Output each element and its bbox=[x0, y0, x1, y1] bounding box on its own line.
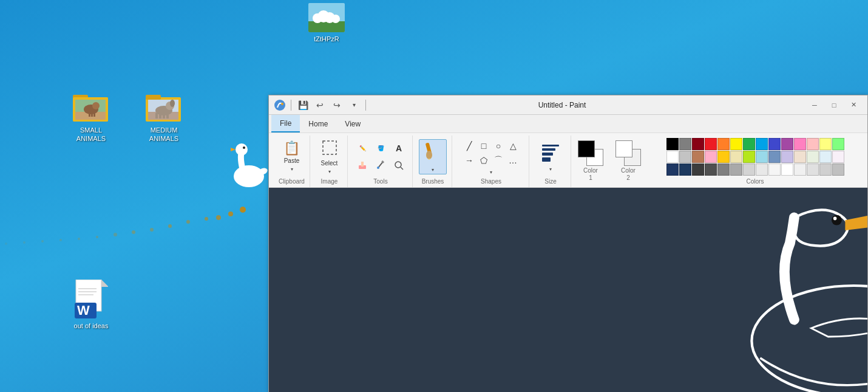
tools-content: ✏️ 🪣 A bbox=[354, 137, 407, 177]
swatch-pink[interactable] bbox=[794, 138, 806, 150]
desktop-icon-tztbpzr[interactable]: tZtHPzR bbox=[302, 3, 351, 43]
swatch-darkred[interactable] bbox=[692, 138, 704, 150]
pencil-button[interactable]: ✏️ bbox=[354, 140, 371, 156]
select-button[interactable]: Select ▾ bbox=[317, 139, 342, 174]
swatch-indigo[interactable] bbox=[768, 138, 781, 150]
swatch-purple[interactable] bbox=[781, 138, 793, 150]
shape-curve[interactable]: ⌒ bbox=[492, 154, 505, 167]
eraser-button[interactable] bbox=[354, 157, 371, 173]
swatch-white[interactable] bbox=[666, 151, 679, 163]
swatch-silver2[interactable] bbox=[819, 163, 832, 176]
magnifier-button[interactable] bbox=[390, 157, 407, 173]
close-button[interactable]: ✕ bbox=[844, 98, 863, 112]
svg-point-55 bbox=[281, 103, 283, 105]
swatch-ghostwht[interactable] bbox=[794, 163, 806, 176]
svg-rect-14 bbox=[91, 112, 93, 117]
swatch-lightsilver[interactable] bbox=[743, 163, 755, 176]
text-button[interactable]: A bbox=[390, 140, 407, 156]
size-button[interactable]: ▾ bbox=[535, 139, 566, 174]
menu-file[interactable]: File bbox=[271, 115, 300, 132]
swatch-darkgray1[interactable] bbox=[692, 163, 704, 176]
svg-point-38 bbox=[186, 220, 190, 224]
swatch-navy2[interactable] bbox=[679, 163, 691, 176]
save-button[interactable]: 💾 bbox=[296, 98, 310, 112]
eyedropper-button[interactable] bbox=[372, 157, 389, 173]
swatch-tan[interactable] bbox=[730, 151, 742, 163]
swatch-lavender[interactable] bbox=[781, 151, 793, 163]
swatch-platinum[interactable] bbox=[756, 163, 768, 176]
shape-arrow[interactable]: → bbox=[463, 154, 476, 167]
svg-rect-1 bbox=[308, 21, 345, 32]
swatch-sky[interactable] bbox=[756, 151, 768, 163]
minimize-button[interactable]: ─ bbox=[805, 98, 824, 112]
shape-line[interactable]: ╱ bbox=[463, 139, 476, 153]
brushes-dropdown-icon: ▾ bbox=[432, 167, 434, 173]
ribbon-group-size: ▾ Size bbox=[531, 136, 571, 187]
svg-point-46 bbox=[41, 240, 44, 242]
shapes-button[interactable]: ╱ □ ○ △ → ⬠ ⌒ … ▾ bbox=[458, 139, 524, 174]
svg-point-68 bbox=[832, 215, 842, 225]
maximize-button[interactable]: □ bbox=[825, 98, 843, 112]
swatch-darkgray2[interactable] bbox=[705, 163, 717, 176]
swatch-brown[interactable] bbox=[692, 151, 704, 163]
ribbon-group-brushes: ▾ Brushes bbox=[414, 136, 452, 187]
swatch-mint[interactable] bbox=[807, 151, 819, 163]
shape-ellipse[interactable]: ○ bbox=[492, 139, 505, 153]
swatch-ice[interactable] bbox=[819, 151, 832, 163]
swatch-gainsboro[interactable] bbox=[807, 163, 819, 176]
swatch-orange[interactable] bbox=[717, 138, 730, 150]
swatch-yellow[interactable] bbox=[730, 138, 742, 150]
swatch-rose[interactable] bbox=[705, 151, 717, 163]
swatch-silvergray[interactable] bbox=[730, 163, 742, 176]
paint-canvas bbox=[269, 188, 867, 392]
swatch-lightyellow[interactable] bbox=[819, 138, 832, 150]
shape-triangle[interactable]: △ bbox=[506, 139, 520, 153]
color2-preview[interactable] bbox=[615, 140, 641, 166]
swatch-slate[interactable] bbox=[768, 151, 781, 163]
size-indicator bbox=[540, 142, 561, 164]
swatch-lightgreen[interactable] bbox=[832, 138, 844, 150]
swatch-green[interactable] bbox=[743, 138, 755, 150]
swatch-silver3[interactable] bbox=[832, 163, 844, 176]
svg-point-37 bbox=[205, 217, 208, 221]
desktop-icon-medium-animals[interactable]: MEDIUM ANIMALS bbox=[140, 90, 188, 143]
tools-row-2 bbox=[354, 157, 407, 173]
svg-rect-56 bbox=[323, 141, 336, 154]
swatch-blush[interactable] bbox=[832, 151, 844, 163]
color1-label: Color 1 bbox=[583, 167, 598, 182]
desktop-icon-small-animals[interactable]: SMALL ANIMALS bbox=[67, 90, 115, 143]
paste-button[interactable]: 📋 Paste ▾ bbox=[279, 139, 304, 174]
swatch-peach[interactable] bbox=[794, 151, 806, 163]
swatch-lightgray[interactable] bbox=[679, 151, 691, 163]
size-line-2 bbox=[542, 148, 555, 151]
svg-point-65 bbox=[426, 151, 432, 159]
svg-marker-51 bbox=[231, 148, 236, 151]
fill-button[interactable]: 🪣 bbox=[372, 140, 389, 156]
menu-view[interactable]: View bbox=[336, 115, 369, 132]
shape-star[interactable]: ⬠ bbox=[477, 154, 490, 167]
brushes-button[interactable]: ▾ bbox=[419, 139, 447, 174]
swatch-red[interactable] bbox=[705, 138, 717, 150]
swatch-amber[interactable] bbox=[717, 151, 730, 163]
swatch-navy1[interactable] bbox=[666, 163, 679, 176]
swatch-gray[interactable] bbox=[679, 138, 691, 150]
swatch-medgray[interactable] bbox=[717, 163, 730, 176]
swatch-black[interactable] bbox=[666, 138, 679, 150]
swatch-lime[interactable] bbox=[743, 151, 755, 163]
canvas-area[interactable] bbox=[269, 188, 867, 392]
color1-front bbox=[578, 140, 595, 157]
swatch-nearlywht[interactable] bbox=[768, 163, 781, 176]
desktop-icon-word-doc[interactable]: W out of ideas bbox=[67, 280, 115, 330]
clipboard-content: 📋 Paste ▾ bbox=[279, 137, 304, 177]
color1-preview[interactable] bbox=[578, 140, 603, 166]
swatch-lightpink[interactable] bbox=[807, 138, 819, 150]
shape-rect[interactable]: □ bbox=[477, 139, 490, 153]
icon-medium-animals-label: MEDIUM ANIMALS bbox=[149, 126, 178, 143]
brushes-content: ▾ bbox=[419, 137, 447, 177]
svg-point-26 bbox=[170, 100, 175, 107]
menu-home[interactable]: Home bbox=[300, 115, 336, 132]
swatch-blue[interactable] bbox=[756, 138, 768, 150]
swatch-white2[interactable] bbox=[781, 163, 793, 176]
svg-rect-25 bbox=[166, 113, 169, 119]
shape-more[interactable]: … bbox=[506, 154, 520, 167]
